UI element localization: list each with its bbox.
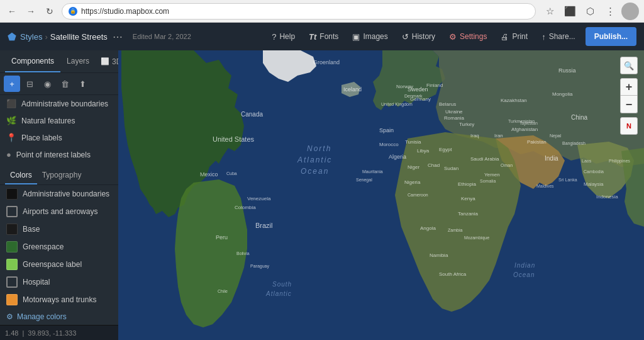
- svg-text:Iran: Iran: [494, 133, 503, 139]
- map-search-btn[interactable]: 🔍: [620, 57, 638, 74]
- top-nav-left: ⬟ Styles › Satellite Streets ⋯ Edited Ma…: [8, 31, 191, 43]
- svg-text:Morocco: Morocco: [379, 142, 399, 147]
- svg-text:Chile: Chile: [218, 289, 228, 293]
- extensions-btn[interactable]: ⬛: [561, 3, 579, 20]
- svg-text:Norway: Norway: [396, 84, 413, 89]
- svg-text:Somalia: Somalia: [480, 179, 496, 183]
- share-btn[interactable]: ↑ Share...: [535, 26, 582, 47]
- profile-avatar[interactable]: [621, 3, 639, 20]
- edited-label: Edited Mar 2, 2022: [133, 33, 191, 40]
- color-item-hospital[interactable]: Hospital: [0, 273, 118, 291]
- add-layer-btn[interactable]: +: [4, 76, 20, 92]
- tab-3d[interactable]: ⬜ 3D: [96, 50, 118, 72]
- north-btn[interactable]: N: [620, 117, 638, 135]
- print-label: Print: [512, 32, 528, 41]
- color-item-motorways[interactable]: Motorways and trunks: [0, 291, 118, 309]
- browser-bar: ← → ↻ 🔒 https://studio.mapbox.com ☆ ⬛ ⬡ …: [0, 0, 644, 23]
- svg-text:China: China: [571, 114, 588, 121]
- colors-tab[interactable]: Colors: [5, 166, 37, 184]
- back-button[interactable]: ←: [5, 4, 19, 18]
- color-item-greenspace[interactable]: Greenspace: [0, 238, 118, 256]
- greenspace-swatch: [6, 241, 18, 252]
- svg-text:Cambodia: Cambodia: [584, 169, 604, 174]
- forward-button[interactable]: →: [24, 4, 38, 18]
- images-label: Images: [363, 32, 387, 41]
- svg-text:Belarus: Belarus: [439, 101, 456, 107]
- browser-actions: ☆ ⬛ ⬡ ⋮: [541, 3, 639, 20]
- typography-tab[interactable]: Typography: [37, 166, 87, 184]
- svg-text:Philippines: Philippines: [609, 159, 630, 164]
- zoom-in-btn[interactable]: +: [620, 78, 638, 96]
- breadcrumb-sep: ›: [45, 32, 47, 42]
- svg-text:Tunisia: Tunisia: [405, 139, 421, 145]
- fonts-btn[interactable]: Tt Fonts: [303, 26, 345, 47]
- visibility-btn[interactable]: ◉: [39, 76, 55, 92]
- tab-layers[interactable]: Layers: [60, 50, 96, 72]
- airports-color-label: Airports and aeroways: [23, 207, 97, 216]
- manage-colors-btn[interactable]: ⚙ Manage colors: [0, 309, 118, 325]
- settings-label: Settings: [460, 32, 487, 41]
- svg-text:India: India: [545, 155, 558, 162]
- layer-group-place[interactable]: 📍 Place labels: [0, 129, 118, 146]
- map-area[interactable]: Groenland Iceland Sweden Finland Norway …: [118, 50, 644, 340]
- layer-group-natural[interactable]: 🌿 Natural features: [0, 112, 118, 129]
- color-item-admin[interactable]: Administrative boundaries: [0, 185, 118, 203]
- manage-colors-label: Manage colors: [17, 312, 67, 321]
- zoom-out-btn[interactable]: −: [620, 96, 638, 113]
- motorways-swatch: [6, 294, 18, 305]
- base-color-label: Base: [23, 225, 40, 234]
- filter-btn[interactable]: ⊟: [21, 76, 38, 92]
- svg-text:Venezuela: Venezuela: [247, 196, 271, 201]
- status-bar: 1.48 | 39.893, -11.333: [0, 325, 118, 340]
- poi-icon: ●: [6, 150, 11, 159]
- svg-text:Cameroon: Cameroon: [408, 193, 428, 197]
- layer-toolbar: + ⊟ ◉ 🗑 ⬆: [0, 73, 118, 95]
- images-icon: ▣: [352, 32, 360, 42]
- url-text: https://studio.mapbox.com: [81, 7, 169, 16]
- delete-btn[interactable]: 🗑: [57, 76, 73, 92]
- history-btn[interactable]: ↺ History: [396, 26, 441, 47]
- images-btn[interactable]: ▣ Images: [346, 26, 394, 47]
- style-tab-bar: Colors Typography: [0, 166, 118, 185]
- styles-breadcrumb[interactable]: Styles: [20, 32, 42, 42]
- app: ⬟ Styles › Satellite Streets ⋯ Edited Ma…: [0, 23, 644, 340]
- svg-text:Libya: Libya: [417, 148, 430, 154]
- color-item-greenspace-label[interactable]: Greenspace label: [0, 256, 118, 273]
- layer-group-poi[interactable]: ● Point of interest labels: [0, 146, 118, 163]
- publish-button[interactable]: Publish...: [586, 27, 636, 46]
- svg-text:Tanzania: Tanzania: [458, 211, 479, 217]
- svg-text:Spain: Spain: [379, 127, 394, 133]
- natural-icon: 🌿: [6, 116, 16, 125]
- svg-text:United Kingdom: United Kingdom: [381, 102, 413, 107]
- url-bar[interactable]: 🔒 https://studio.mapbox.com: [62, 3, 536, 20]
- svg-text:Saudi Arabia: Saudi Arabia: [470, 156, 499, 162]
- bookmark-btn[interactable]: ☆: [541, 3, 558, 20]
- svg-text:Sri Lanka: Sri Lanka: [558, 178, 577, 182]
- tab-components[interactable]: Components: [5, 50, 60, 72]
- svg-text:Ethiopia: Ethiopia: [458, 181, 476, 187]
- settings-btn[interactable]: ⚙ Settings: [443, 26, 493, 47]
- print-icon: 🖨: [501, 32, 509, 42]
- svg-text:Indonesia: Indonesia: [596, 194, 618, 200]
- svg-text:Laos: Laos: [582, 159, 592, 163]
- zoom-controls: + −: [620, 78, 638, 113]
- style-options-btn[interactable]: ⋯: [110, 31, 125, 43]
- print-btn[interactable]: 🖨 Print: [494, 26, 534, 47]
- history-icon: ↺: [402, 32, 409, 42]
- layer-group-admin[interactable]: ⬛ Administrative boundaries: [0, 95, 118, 112]
- svg-text:Iceland: Iceland: [343, 86, 362, 93]
- upload-btn[interactable]: ⬆: [74, 76, 91, 92]
- color-item-base[interactable]: Base: [0, 220, 118, 238]
- profile-area-btn[interactable]: ⬡: [581, 3, 599, 20]
- color-item-airports[interactable]: Airports and aeroways: [0, 203, 118, 220]
- svg-text:Cuba: Cuba: [226, 171, 237, 176]
- menu-btn[interactable]: ⋮: [601, 3, 619, 20]
- svg-text:Iraq: Iraq: [470, 133, 479, 139]
- svg-text:Niger: Niger: [408, 164, 419, 170]
- svg-text:Nepal: Nepal: [550, 133, 562, 139]
- svg-text:Ocean: Ocean: [301, 167, 329, 176]
- svg-text:Ocean: Ocean: [513, 271, 535, 278]
- help-btn[interactable]: ? Help: [265, 26, 301, 47]
- reload-button[interactable]: ↻: [43, 4, 57, 18]
- threed-icon: ⬜: [101, 57, 109, 65]
